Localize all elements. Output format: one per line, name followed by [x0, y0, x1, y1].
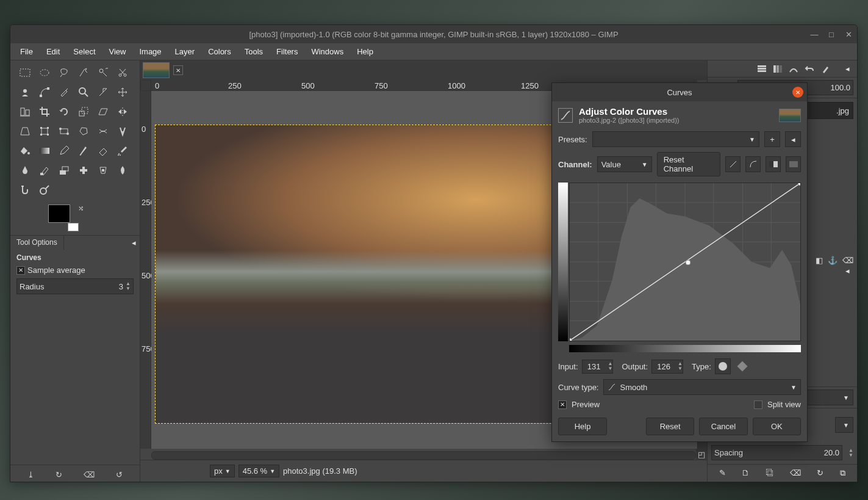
cage-tool-icon[interactable] — [75, 123, 92, 140]
lasso-tool-icon[interactable] — [56, 64, 73, 81]
refresh-brushes-icon[interactable]: ↻ — [817, 468, 823, 478]
scale-tool-icon[interactable] — [75, 103, 92, 120]
duplicate-brush-icon[interactable]: ⿻ — [766, 468, 774, 478]
dialog-close-button[interactable]: ✕ — [792, 87, 803, 98]
add-preset-button[interactable]: + — [764, 131, 780, 147]
menu-layer[interactable]: Layer — [169, 45, 201, 59]
menu-filters[interactable]: Filters — [270, 45, 304, 59]
channel-combo[interactable]: Value▼ — [597, 156, 652, 172]
save-options-icon[interactable]: ⤓ — [27, 470, 34, 479]
paths-dock-icon[interactable] — [786, 62, 801, 76]
pencil-tool-icon[interactable] — [56, 142, 73, 159]
ruler-vertical[interactable]: 0 250 500 750 — [140, 91, 151, 449]
perspective-clone-tool-icon[interactable] — [95, 162, 112, 179]
radius-field[interactable]: Radius 3 ▲▼ — [16, 278, 134, 294]
maximize-button[interactable]: □ — [827, 29, 836, 39]
ok-button[interactable]: OK — [753, 418, 801, 435]
handle-transform-tool-icon[interactable] — [56, 123, 73, 140]
delete-options-icon[interactable]: ⌫ — [84, 470, 95, 479]
preset-menu-button[interactable]: ◂ — [785, 131, 801, 147]
point-corner-button[interactable] — [734, 358, 750, 374]
dialog-titlebar[interactable]: Curves ✕ — [552, 83, 807, 101]
ellipse-select-tool-icon[interactable] — [36, 64, 53, 81]
menu-image[interactable]: Image — [133, 45, 167, 59]
unified-transform-tool-icon[interactable] — [36, 123, 53, 140]
curve-type-combo[interactable]: Smooth▼ — [603, 379, 801, 395]
restore-options-icon[interactable]: ↻ — [56, 470, 62, 479]
mypaint-tool-icon[interactable] — [36, 162, 53, 179]
dock-menu-icon[interactable]: ◂ — [840, 62, 855, 76]
delete-brush-icon[interactable]: ⌫ — [790, 468, 801, 478]
dodge-tool-icon[interactable] — [36, 181, 53, 198]
smudge-tool-icon[interactable] — [16, 181, 34, 198]
tool-options-tab[interactable]: Tool Options — [10, 236, 64, 250]
airbrush-tool-icon[interactable] — [114, 142, 131, 159]
hist-bw-icon[interactable] — [766, 156, 781, 172]
layer-delete-icon[interactable]: ⌫ — [842, 256, 853, 265]
channels-dock-icon[interactable] — [770, 62, 785, 76]
output-field[interactable]: 126▲▼ — [651, 360, 683, 374]
ink-tool-icon[interactable] — [16, 162, 34, 179]
help-button[interactable]: Help — [558, 418, 607, 435]
menu-colors[interactable]: Colors — [202, 45, 237, 59]
layer-anchor-icon[interactable]: ⚓ — [828, 256, 838, 265]
zoom-select[interactable]: 45.6 %▼ — [239, 465, 279, 477]
dock-expand-icon[interactable]: ◂ — [845, 266, 850, 275]
rect-select-tool-icon[interactable] — [16, 64, 34, 81]
cancel-button[interactable]: Cancel — [699, 418, 747, 435]
menu-edit[interactable]: Edit — [40, 45, 66, 59]
fuzzy-select-tool-icon[interactable] — [75, 64, 92, 81]
point-smooth-button[interactable] — [715, 358, 731, 374]
paths-tool-icon[interactable] — [36, 84, 53, 101]
close-button[interactable]: ✕ — [844, 29, 853, 39]
zoom-tool-icon[interactable] — [75, 84, 92, 101]
split-view-checkbox[interactable] — [754, 400, 762, 409]
scrollbar-horizontal[interactable] — [151, 451, 696, 460]
bucket-fill-tool-icon[interactable] — [16, 142, 34, 159]
open-as-image-icon[interactable]: ⧉ — [840, 468, 845, 478]
menu-select[interactable]: Select — [67, 45, 101, 59]
spacing-slider[interactable]: Spacing 20.0 — [711, 445, 842, 460]
brushes-dock-icon[interactable] — [818, 62, 833, 76]
menu-help[interactable]: Help — [351, 45, 379, 59]
log-hist-icon[interactable] — [745, 156, 761, 172]
perspective-tool-icon[interactable] — [16, 123, 34, 140]
presets-combo[interactable]: ▼ — [592, 131, 759, 147]
tab-menu-icon[interactable]: ◂ — [128, 236, 140, 250]
color-picker-tool-icon[interactable] — [56, 84, 73, 101]
new-brush-icon[interactable]: 🗋 — [742, 468, 750, 478]
paintbrush-tool-icon[interactable] — [75, 142, 92, 159]
layers-dock-icon[interactable] — [755, 62, 769, 76]
linear-hist-icon[interactable] — [725, 156, 741, 172]
eraser-tool-icon[interactable] — [95, 142, 112, 159]
minimize-button[interactable]: — — [809, 29, 819, 39]
radius-down-icon[interactable]: ▼ — [126, 286, 131, 291]
unit-select[interactable]: px▼ — [210, 465, 235, 477]
image-tab-close-icon[interactable]: ✕ — [173, 65, 183, 75]
measure-tool-icon[interactable] — [95, 84, 112, 101]
sample-average-checkbox[interactable]: ✕ — [16, 266, 25, 275]
blur-tool-icon[interactable] — [114, 162, 131, 179]
menu-windows[interactable]: Windows — [305, 45, 350, 59]
preview-checkbox[interactable]: ✕ — [558, 400, 567, 409]
menu-file[interactable]: File — [14, 45, 39, 59]
move-tool-icon[interactable] — [114, 84, 131, 101]
scissors-tool-icon[interactable] — [114, 64, 131, 81]
by-color-select-tool-icon[interactable] — [95, 64, 112, 81]
brush-opts[interactable]: ▼ — [835, 417, 853, 433]
reset-options-icon[interactable]: ↺ — [116, 470, 123, 479]
input-field[interactable]: 131▲▼ — [582, 360, 614, 374]
warp-tool-icon[interactable] — [95, 123, 112, 140]
navigation-preview-icon[interactable]: ◰ — [696, 449, 707, 460]
fg-bg-swatches[interactable]: ⤭ — [48, 205, 84, 231]
image-tab-thumbnail[interactable] — [143, 62, 170, 78]
text-tool-icon[interactable] — [114, 123, 131, 140]
crop-tool-icon[interactable] — [36, 103, 53, 120]
clone-tool-icon[interactable] — [56, 162, 73, 179]
edit-brush-icon[interactable]: ✎ — [719, 468, 726, 478]
flip-tool-icon[interactable] — [114, 103, 131, 120]
ruler-origin[interactable] — [140, 80, 151, 91]
swap-colors-icon[interactable]: ⤭ — [78, 205, 84, 212]
reset-button[interactable]: Reset — [646, 418, 694, 435]
gradient-tool-icon[interactable] — [36, 142, 53, 159]
